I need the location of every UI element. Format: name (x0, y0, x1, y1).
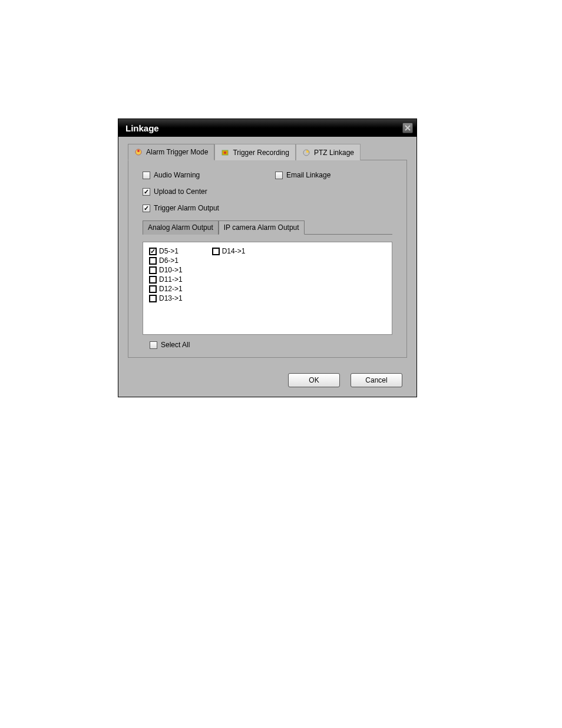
output-label: D5->1 (159, 247, 178, 255)
sub-tabs: Analog Alarm Output IP camera Alarm Outp… (143, 220, 392, 235)
alarm-trigger-panel: Audio Warning Email Linkage Upload to Ce… (128, 160, 407, 358)
option-audio-warning[interactable]: Audio Warning (143, 171, 275, 179)
checkbox-d13-1[interactable] (149, 295, 157, 302)
checkbox-d10-1[interactable] (149, 266, 157, 274)
tab-label: Alarm Trigger Mode (146, 148, 208, 156)
output-label: D14->1 (222, 247, 246, 255)
subtab-label: Analog Alarm Output (148, 223, 213, 232)
cancel-button[interactable]: Cancel (351, 373, 402, 387)
option-label: Upload to Center (154, 187, 207, 196)
svg-point-3 (224, 151, 226, 154)
output-label: D12->1 (159, 285, 183, 293)
checkbox-d14-1[interactable] (212, 248, 220, 255)
record-icon (221, 149, 229, 157)
output-item-d10-1[interactable]: D10->1 (149, 266, 183, 274)
output-label: D10->1 (159, 266, 183, 274)
checkbox-upload-to-center[interactable] (143, 188, 150, 196)
linkage-dialog: Linkage Alarm Trigger Mode Trigger Recor… (118, 118, 417, 397)
output-item-d6-1[interactable]: D6->1 (149, 256, 183, 265)
select-all-option[interactable]: Select All (143, 341, 392, 349)
dialog-title: Linkage (125, 123, 159, 133)
output-label: D11->1 (159, 275, 183, 284)
checkbox-select-all[interactable] (150, 341, 157, 349)
tab-label: Trigger Recording (233, 149, 289, 157)
option-label: Trigger Alarm Output (154, 204, 219, 212)
option-label: Audio Warning (154, 171, 200, 179)
option-trigger-alarm-output[interactable]: Trigger Alarm Output (143, 204, 275, 212)
subtab-label: IP camera Alarm Output (224, 223, 299, 232)
checkbox-trigger-alarm-output[interactable] (143, 205, 150, 212)
subtab-ip-camera-alarm-output[interactable]: IP camera Alarm Output (219, 220, 305, 235)
checkbox-email-linkage[interactable] (275, 172, 283, 179)
bell-icon (134, 148, 143, 156)
checkbox-d6-1[interactable] (149, 257, 157, 265)
ok-button[interactable]: OK (288, 373, 340, 387)
tab-alarm-trigger-mode[interactable]: Alarm Trigger Mode (128, 144, 214, 160)
close-icon (405, 125, 411, 131)
output-column-2: D14->1 (212, 247, 246, 330)
subtab-analog-alarm-output[interactable]: Analog Alarm Output (143, 220, 219, 235)
select-all-label: Select All (161, 341, 190, 349)
tab-ptz-linkage[interactable]: PTZ Linkage (296, 144, 361, 160)
option-label: Email Linkage (286, 171, 330, 179)
close-button[interactable] (402, 123, 413, 133)
output-item-d13-1[interactable]: D13->1 (149, 294, 183, 302)
svg-point-1 (137, 150, 140, 152)
titlebar: Linkage (118, 119, 416, 137)
output-item-d5-1[interactable]: D5->1 (149, 247, 183, 255)
ptz-icon (302, 149, 310, 157)
checkbox-d5-1[interactable] (149, 248, 157, 255)
checkbox-d12-1[interactable] (149, 285, 157, 293)
tab-label: PTZ Linkage (314, 149, 354, 157)
main-tabs: Alarm Trigger Mode Trigger Recording PTZ… (128, 144, 407, 160)
checkbox-d11-1[interactable] (149, 276, 157, 284)
output-label: D13->1 (159, 294, 183, 302)
output-column-1: D5->1 D6->1 D10->1 D11->1 (149, 247, 183, 330)
tab-trigger-recording[interactable]: Trigger Recording (214, 144, 296, 160)
alarm-output-list: D5->1 D6->1 D10->1 D11->1 (143, 242, 392, 335)
output-item-d14-1[interactable]: D14->1 (212, 247, 246, 255)
dialog-body: Alarm Trigger Mode Trigger Recording PTZ… (118, 137, 416, 397)
dialog-buttons: OK Cancel (128, 373, 407, 387)
output-item-d11-1[interactable]: D11->1 (149, 275, 183, 284)
output-item-d12-1[interactable]: D12->1 (149, 285, 183, 293)
option-upload-to-center[interactable]: Upload to Center (143, 187, 275, 196)
option-email-linkage[interactable]: Email Linkage (275, 171, 408, 179)
checkbox-audio-warning[interactable] (143, 172, 150, 179)
output-label: D6->1 (159, 256, 178, 265)
